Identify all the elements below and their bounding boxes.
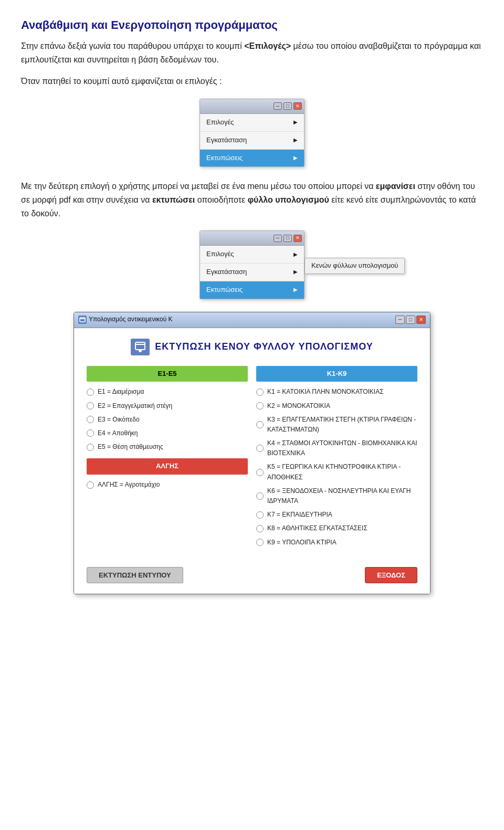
submenu-kenon[interactable]: Κενών φύλλων υπολογισμού: [304, 258, 405, 274]
left-radio-e3[interactable]: Ε3 = Οικόπεδο: [87, 415, 248, 425]
right-radio-k7[interactable]: Κ7 = ΕΚΠΑΙΔΕΥΤΗΡΙΑ: [256, 510, 417, 520]
menu2-item-epiloges-label: Επιλογές: [206, 249, 234, 260]
menu-popup-1-wrapper: ─ □ ✕ Επιλογές ▶ Εγκατάσταση ▶ Εκτυπώσει…: [21, 99, 483, 167]
svg-rect-0: [80, 318, 85, 322]
exit-button[interactable]: ΕΞΟΔΟΣ: [365, 567, 417, 583]
menu2-item-epiloges[interactable]: Επιλογές ▶: [200, 246, 304, 264]
radio-circle-k2: [256, 402, 264, 409]
menu2-item-egkatastasi-arrow: ▶: [293, 268, 298, 276]
paragraph-3: Με την δεύτερη επιλογή ο χρήστης μπορεί …: [21, 180, 483, 220]
right-radio-k8[interactable]: Κ8 = ΑΘΛΗΤΙΚΕΣ ΕΓΚΑΤΑΣΤΑΣΕΙΣ: [256, 523, 417, 533]
restore-btn-2[interactable]: □: [284, 235, 292, 242]
app-titlebar: Υπολογισμός αντικειμενικού Κ ─ □ ✕: [74, 312, 430, 328]
menu1-item-epiloges-label: Επιλογές: [206, 117, 234, 128]
radio-circle-k5: [256, 469, 264, 476]
restore-btn-1[interactable]: □: [284, 102, 292, 110]
right-radio-k2[interactable]: Κ2 = ΜΟΝΟΚΑΤΟΙΚΙΑ: [256, 401, 417, 411]
col-right: Κ1-Κ9 Κ1 = ΚΑΤΟΙΚΙΑ ΠΛΗΝ ΜΟΝΟΚΑΤΟΙΚΙΑΣ Κ…: [256, 366, 417, 551]
right-radio-k5[interactable]: Κ5 = ΓΕΩΡΓΙΚΑ ΚΑΙ ΚΤΗΝΟΤΡΟΦΙΚΑ ΚΤΙΡΙΑ - …: [256, 462, 417, 482]
paragraph-1: Στην επάνω δεξιά γωνία του παράθυρου υπά…: [21, 39, 483, 66]
columns-wrapper: Ε1-Ε5 Ε1 = Διαμέρισμα Ε2 = Επαγγελματική…: [87, 366, 417, 551]
left-radio-e4[interactable]: Ε4 = Αποθήκη: [87, 428, 248, 438]
radio-circle-k1: [256, 388, 264, 396]
right-radio-k9[interactable]: Κ9 = ΥΠΟΛΟΙΠΑ ΚΤΙΡΙΑ: [256, 538, 417, 548]
right-label-k4: Κ4 = ΣΤΑΘΜΟΙ ΑΥΤΟΚΙΝΗΤΩΝ - ΒΙΟΜΗΧΑΝΙΚΑ Κ…: [267, 438, 417, 458]
left-radio-e2[interactable]: Ε2 = Επαγγελματική στέγη: [87, 401, 248, 411]
menu-popup-2: ─ □ ✕ Επιλογές ▶ Εγκατάσταση ▶ Εκτυπώσει…: [200, 230, 304, 299]
radio-circle-e1: [87, 388, 94, 396]
menu2-item-epiloges-arrow: ▶: [293, 250, 298, 259]
radio-circle-e3: [87, 416, 94, 423]
bold-epiloges: <Επιλογές>: [244, 41, 291, 50]
menu-with-submenu: ─ □ ✕ Επιλογές ▶ Εγκατάσταση ▶ Εκτυπώσει…: [200, 230, 304, 299]
print-button[interactable]: ΕΚΤΥΠΩΣΗ ΕΝΤΥΠΟΥ: [87, 567, 183, 583]
right-label-k3: Κ3 = ΕΠΑΓΓΕΛΜΑΤΙΚΗ ΣΤΕΓΗ (ΚΤΙΡΙΑ ΓΡΑΦΕΙΩ…: [267, 415, 417, 435]
app-restore-btn[interactable]: □: [406, 316, 415, 324]
left-radio-e5[interactable]: Ε5 = Θέση στάθμευσης: [87, 442, 248, 452]
menu1-item-egkatastasi-arrow: ▶: [293, 136, 298, 144]
fyllo-bold: φύλλο υπολογισμού: [248, 195, 329, 204]
menu1-item-epiloges-arrow: ▶: [293, 118, 298, 127]
col-subheader-algis: ΑΛΓΗΣ: [87, 458, 248, 475]
menu1-item-epiloges[interactable]: Επιλογές ▶: [200, 114, 304, 132]
radio-circle-k8: [256, 525, 264, 532]
paragraph-3-end: οποιοδήποτε: [195, 195, 247, 204]
left-radio-algis[interactable]: ΑΛΓΗΣ = Αγροτεμάχιο: [87, 480, 248, 490]
paragraph-3-before: Με την δεύτερη επιλογή ο χρήστης μπορεί …: [21, 182, 376, 191]
menu2-item-ektyposis-arrow: ▶: [293, 286, 298, 294]
radio-circle-algis: [87, 481, 94, 489]
radio-circle-k4: [256, 445, 264, 452]
paragraph-2: Όταν πατηθεί το κουμπί αυτό εμφανίζεται …: [21, 75, 483, 88]
app-close-btn[interactable]: ✕: [416, 316, 426, 324]
col-right-header: Κ1-Κ9: [256, 366, 417, 382]
right-label-k6: Κ6 = ΞΕΝΟΔΟΧΕΙΑ - ΝΟΣΗΛΕΥΤΗΡΙΑ ΚΑΙ ΕΥΑΓΗ…: [267, 486, 417, 506]
menu-popup-2-wrapper: ─ □ ✕ Επιλογές ▶ Εγκατάσταση ▶ Εκτυπώσει…: [21, 230, 483, 299]
right-label-k8: Κ8 = ΑΘΛΗΤΙΚΕΣ ΕΓΚΑΤΑΣΤΑΣΕΙΣ: [267, 523, 368, 533]
menu2-item-egkatastasi-label: Εγκατάσταση: [206, 267, 247, 278]
menu2-item-egkatastasi[interactable]: Εγκατάσταση ▶: [200, 264, 304, 281]
menu1-item-ektyposis-arrow: ▶: [293, 154, 298, 162]
minimize-btn-1[interactable]: ─: [274, 102, 282, 110]
menu1-item-egkatastasi-label: Εγκατάσταση: [206, 135, 247, 146]
menu2-item-ektyposis[interactable]: Εκτυπώσεις ▶: [200, 281, 304, 299]
left-label-algis: ΑΛΓΗΣ = Αγροτεμάχιο: [98, 480, 160, 490]
app-minimize-btn[interactable]: ─: [395, 316, 405, 324]
col-left-header: Ε1-Ε5: [87, 366, 248, 382]
menu1-item-ektyposis-label: Εκτυπώσεις: [206, 153, 243, 164]
menu-1-titlebar: ─ □ ✕: [200, 99, 304, 114]
close-btn-2[interactable]: ✕: [293, 235, 302, 242]
right-radio-k1[interactable]: Κ1 = ΚΑΤΟΙΚΙΑ ΠΛΗΝ ΜΟΝΟΚΑΤΟΙΚΙΑΣ: [256, 387, 417, 397]
menu1-item-ektyposis[interactable]: Εκτυπώσεις ▶: [200, 150, 304, 167]
left-label-e3: Ε3 = Οικόπεδο: [98, 415, 140, 425]
radio-circle-k9: [256, 539, 264, 546]
app-titlebar-title: Υπολογισμός αντικειμενικού Κ: [89, 314, 393, 324]
close-btn-1[interactable]: ✕: [293, 102, 302, 110]
svg-rect-1: [135, 342, 145, 350]
svg-point-2: [139, 349, 142, 352]
right-label-k1: Κ1 = ΚΑΤΟΙΚΙΑ ΠΛΗΝ ΜΟΝΟΚΑΤΟΙΚΙΑΣ: [267, 387, 384, 397]
ektyposi-bold: εκτυπώσει: [152, 195, 195, 204]
app-header-icon: [131, 339, 150, 355]
right-radio-k6[interactable]: Κ6 = ΞΕΝΟΔΟΧΕΙΑ - ΝΟΣΗΛΕΥΤΗΡΙΑ ΚΑΙ ΕΥΑΓΗ…: [256, 486, 417, 506]
right-radio-k4[interactable]: Κ4 = ΣΤΑΘΜΟΙ ΑΥΤΟΚΙΝΗΤΩΝ - ΒΙΟΜΗΧΑΝΙΚΑ Κ…: [256, 438, 417, 458]
left-radio-e1[interactable]: Ε1 = Διαμέρισμα: [87, 387, 248, 397]
col-left: Ε1-Ε5 Ε1 = Διαμέρισμα Ε2 = Επαγγελματική…: [87, 366, 248, 551]
menu2-item-ektyposis-label: Εκτυπώσεις: [206, 285, 243, 296]
radio-circle-k6: [256, 492, 264, 500]
left-label-e2: Ε2 = Επαγγελματική στέγη: [98, 401, 172, 411]
app-header: ΕΚΤΥΠΩΣΗ ΚΕΝΟΥ ΦΥΛΛΟΥ ΥΠΟΛΟΓΙΣΜΟΥ: [87, 339, 417, 355]
left-label-e5: Ε5 = Θέση στάθμευσης: [98, 442, 163, 452]
app-header-title: ΕΚΤΥΠΩΣΗ ΚΕΝΟΥ ΦΥΛΛΟΥ ΥΠΟΛΟΓΙΣΜΟΥ: [155, 339, 373, 354]
radio-circle-e5: [87, 444, 94, 451]
right-radio-k3[interactable]: Κ3 = ΕΠΑΓΓΕΛΜΑΤΙΚΗ ΣΤΕΓΗ (ΚΤΙΡΙΑ ΓΡΑΦΕΙΩ…: [256, 415, 417, 435]
app-window: Υπολογισμός αντικειμενικού Κ ─ □ ✕ ΕΚΤΥΠ…: [74, 312, 430, 594]
radio-circle-e2: [87, 402, 94, 409]
right-label-k9: Κ9 = ΥΠΟΛΟΙΠΑ ΚΤΙΡΙΑ: [267, 538, 337, 548]
radio-circle-e4: [87, 429, 94, 437]
paragraph-1-text: Στην επάνω δεξιά γωνία του παράθυρου υπά…: [21, 41, 244, 50]
submenu-kenon-label: Κενών φύλλων υπολογισμού: [311, 261, 398, 269]
minimize-btn-2[interactable]: ─: [274, 235, 282, 242]
menu-popup-1: ─ □ ✕ Επιλογές ▶ Εγκατάσταση ▶ Εκτυπώσει…: [200, 99, 304, 167]
app-window-wrapper: Υπολογισμός αντικειμενικού Κ ─ □ ✕ ΕΚΤΥΠ…: [21, 312, 483, 594]
menu1-item-egkatastasi[interactable]: Εγκατάσταση ▶: [200, 132, 304, 150]
